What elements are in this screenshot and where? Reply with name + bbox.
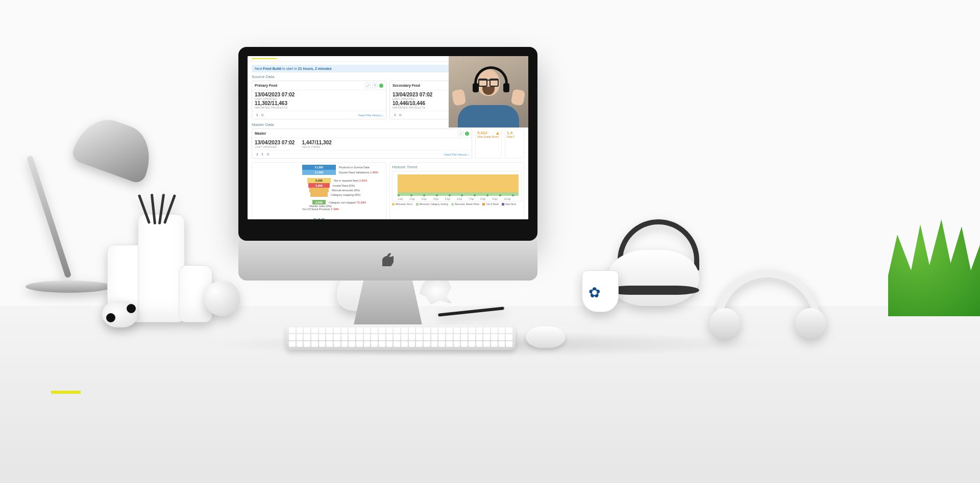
status-ok-icon	[465, 132, 469, 136]
plant	[888, 214, 980, 316]
settings-icon[interactable]: ⚙	[266, 152, 271, 157]
funnel-step: Category mapping (0%)	[310, 192, 328, 197]
banner-mid: to start in	[282, 67, 297, 70]
funnel-step: 2,045Category not mapped 73.33%	[312, 200, 326, 205]
legend-item: Removed, Category missing	[416, 203, 449, 206]
mouse	[526, 326, 566, 348]
secondary-title: Secondary Feed	[393, 84, 420, 87]
brand-accent	[51, 391, 81, 394]
panda-figurine	[102, 301, 138, 327]
funnel-step: 6,036Not in required feed 2.91%	[307, 178, 331, 183]
legend-item: New Items	[502, 203, 516, 206]
stat-card-partial[interactable]: 1,4 Data F	[505, 129, 524, 159]
x-tick: 7 Apr	[469, 198, 474, 200]
expand-icon[interactable]: ⤢	[365, 83, 371, 88]
settings-icon[interactable]: ⚙	[260, 113, 265, 117]
expand-icon[interactable]: ⤢	[458, 131, 463, 136]
historic-trend-panel: Historic Trend 1 Apr2 Apr3 Apr4 Apr5 Apr…	[389, 162, 524, 219]
banner-bold: Feed Build	[263, 67, 281, 70]
download-icon[interactable]: ⬇	[255, 113, 259, 117]
master-title: Master	[255, 132, 266, 135]
funnel-step: 11,302Source Feed Validations 1.40%	[302, 170, 336, 175]
x-tick: 1 Apr	[398, 198, 403, 200]
warning-icon: ▲	[495, 130, 500, 136]
settings-icon[interactable]: ⚙	[398, 113, 403, 117]
legend-item: Removed, Master Rules	[451, 203, 479, 206]
historic-trend-chart: 1 Apr2 Apr3 Apr4 Apr5 Apr6 Apr7 Apr8 Apr…	[392, 171, 522, 201]
banner-time: 21 hours, 2 minutes	[298, 67, 332, 70]
master-data-heading: Master Data	[252, 122, 274, 127]
x-tick: 2 Apr	[409, 198, 415, 200]
source-data-heading: Source Data	[252, 74, 274, 79]
x-tick: 5 Apr	[445, 198, 451, 200]
primary-updated: 13/04/2023 07:02	[255, 92, 383, 97]
download-icon[interactable]: ⬇	[255, 152, 259, 157]
funnel-step: Manual removals (0%)	[309, 188, 329, 192]
apple-logo-icon	[382, 253, 394, 268]
mug	[582, 270, 619, 312]
funnel-output: 595	[254, 217, 384, 219]
keyboard	[286, 324, 516, 350]
banner-prefix: Next	[255, 67, 262, 70]
legend-item: Out of Stock	[482, 203, 499, 206]
white-ball	[204, 281, 240, 316]
primary-feed-card: Primary Feed ⤢ ✎ 13/04/2023 07:02 LAST U…	[252, 81, 386, 119]
upload-icon[interactable]: ⬆	[260, 152, 265, 157]
x-tick: 3 Apr	[421, 198, 427, 200]
x-tick: 9 Apr	[493, 198, 498, 200]
master-card: Master ⤢ 13/04/2023 07:02 LAST UPDATED	[252, 129, 472, 159]
dashboard-app: Next Feed Build to start in 21 hours, 2 …	[248, 56, 528, 219]
x-tick: 10 Apr	[504, 198, 511, 200]
edit-icon[interactable]: ✎	[372, 83, 378, 88]
data-quality-errors-card[interactable]: 5,412 Data Quality Errors ▲	[475, 129, 502, 159]
primary-count: 11,302/11,463	[255, 100, 383, 106]
funnel-step: 3,656Invalid Feed (0%)	[308, 183, 330, 188]
master-items: 1,447/11,302	[302, 140, 331, 145]
primary-count-label: IMPORTED PRODUCTS	[255, 106, 383, 109]
primary-title: Primary Feed	[255, 84, 277, 87]
legend-item: Removed, Not in	[392, 203, 413, 206]
imac-monitor: Next Feed Build to start in 21 hours, 2 …	[238, 47, 537, 312]
funnel-step: 11,302Products in Source Data	[302, 165, 336, 170]
master-updated: 13/04/2023 07:02	[255, 140, 295, 145]
x-tick: 8 Apr	[480, 198, 486, 200]
chart-legend: Removed, Not inRemoved, Category missing…	[392, 203, 522, 206]
status-ok-icon	[379, 84, 383, 88]
historic-trend-title: Historic Trend	[392, 165, 522, 169]
x-tick: 6 Apr	[457, 198, 462, 200]
download-icon[interactable]: ⬇	[393, 113, 397, 117]
x-tick: 4 Apr	[433, 198, 439, 200]
primary-history-link[interactable]: Feed File History	[358, 114, 383, 117]
funnel-panel: 11,302Products in Source Data 11,302Sour…	[252, 162, 386, 219]
master-history-link[interactable]: Feed File History	[444, 153, 469, 156]
presenter-webcam	[449, 56, 528, 128]
headphones	[715, 270, 821, 328]
